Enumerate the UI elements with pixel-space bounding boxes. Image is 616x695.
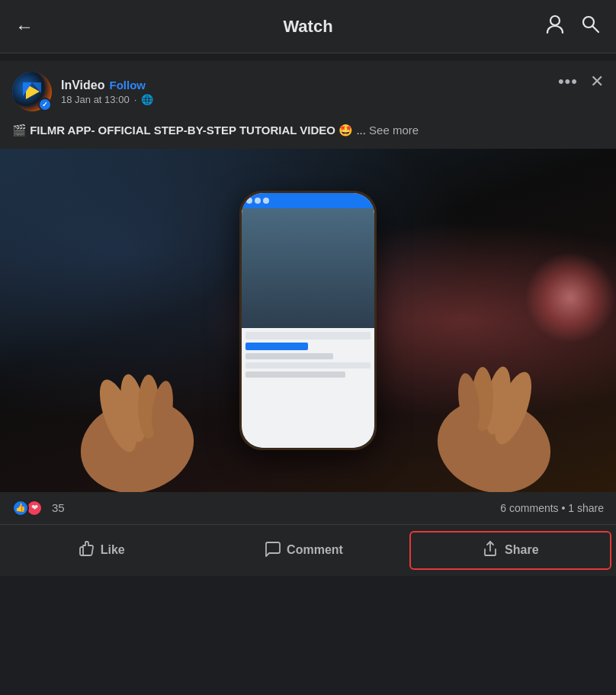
verified-check-icon: ✓ bbox=[42, 101, 48, 108]
more-options-button[interactable]: ••• bbox=[558, 72, 578, 92]
phone-bar-dot-3 bbox=[263, 198, 269, 204]
phone-bar-dot-2 bbox=[255, 198, 261, 204]
post-header: ✓ InVideo Follow 18 Jan at 13:00 · 🌐 •••… bbox=[0, 61, 616, 119]
top-navigation: ← Watch bbox=[0, 0, 616, 53]
reactions-bar: 👍 ❤ 35 6 comments • 1 share bbox=[0, 492, 616, 525]
comments-count: 6 comments bbox=[500, 502, 558, 514]
reaction-count: 35 bbox=[52, 501, 65, 514]
avatar: ✓ bbox=[12, 72, 52, 111]
comments-shares-count[interactable]: 6 comments • 1 share bbox=[500, 502, 604, 514]
phone-screen bbox=[242, 193, 374, 448]
like-reaction-icon: 👍 bbox=[12, 500, 29, 516]
follow-button[interactable]: Follow bbox=[110, 79, 146, 92]
post-meta: 18 Jan at 13:00 · 🌐 bbox=[61, 94, 153, 105]
profile-icon[interactable] bbox=[544, 13, 566, 40]
verified-badge: ✓ bbox=[38, 98, 52, 111]
share-label: Share bbox=[505, 543, 538, 557]
video-thumbnail[interactable] bbox=[0, 149, 616, 492]
comment-label: Comment bbox=[287, 543, 343, 557]
shares-count: 1 share bbox=[568, 502, 604, 514]
phone-top-bar bbox=[242, 193, 374, 208]
post-author-info: InVideo Follow 18 Jan at 13:00 · 🌐 bbox=[61, 79, 153, 105]
like-icon bbox=[78, 540, 95, 561]
share-button[interactable]: Share bbox=[409, 531, 611, 570]
reaction-icons: 👍 ❤ bbox=[12, 500, 43, 516]
post-emoji: 🤩 bbox=[338, 124, 353, 137]
phone-bar-dot-1 bbox=[246, 198, 252, 204]
post-header-actions: ••• ✕ bbox=[558, 72, 604, 92]
comment-button[interactable]: Comment bbox=[202, 531, 404, 570]
like-button[interactable]: Like bbox=[0, 531, 202, 570]
see-more-button[interactable]: See more bbox=[369, 124, 419, 137]
reactions-left: 👍 ❤ 35 bbox=[12, 500, 65, 516]
nav-right bbox=[544, 13, 601, 40]
back-button[interactable]: ← bbox=[15, 16, 34, 37]
video-background bbox=[0, 149, 616, 492]
svg-line-2 bbox=[593, 27, 599, 33]
post-author-section: ✓ InVideo Follow 18 Jan at 13:00 · 🌐 bbox=[12, 72, 153, 111]
nav-left: ← bbox=[15, 16, 34, 37]
close-button[interactable]: ✕ bbox=[590, 72, 604, 92]
phone-content bbox=[242, 208, 374, 448]
action-buttons-bar: Like Comment Share bbox=[0, 525, 616, 576]
privacy-icon: 🌐 bbox=[141, 94, 153, 105]
author-name: InVideo bbox=[61, 79, 105, 92]
page-title: Watch bbox=[283, 17, 332, 37]
author-name-row: InVideo Follow bbox=[61, 79, 153, 92]
share-icon bbox=[482, 540, 499, 561]
post-card: ✓ InVideo Follow 18 Jan at 13:00 · 🌐 •••… bbox=[0, 61, 616, 576]
comment-icon bbox=[264, 540, 281, 561]
like-label: Like bbox=[101, 543, 125, 557]
phone-mockup bbox=[239, 191, 377, 450]
search-icon[interactable] bbox=[579, 13, 601, 40]
post-text: 🎬 FILMR APP- OFFICIAL STEP-BY-STEP TUTOR… bbox=[0, 119, 616, 149]
separator-dot: · bbox=[134, 94, 137, 105]
svg-point-0 bbox=[550, 16, 560, 25]
separator: • bbox=[562, 502, 569, 514]
share-button-wrapper: Share bbox=[405, 528, 616, 573]
post-date: 18 Jan at 13:00 bbox=[61, 94, 130, 105]
post-title-text: 🎬 FILMR APP- OFFICIAL STEP-BY-STEP TUTOR… bbox=[12, 124, 335, 137]
post-ellipsis: ... bbox=[356, 124, 366, 137]
